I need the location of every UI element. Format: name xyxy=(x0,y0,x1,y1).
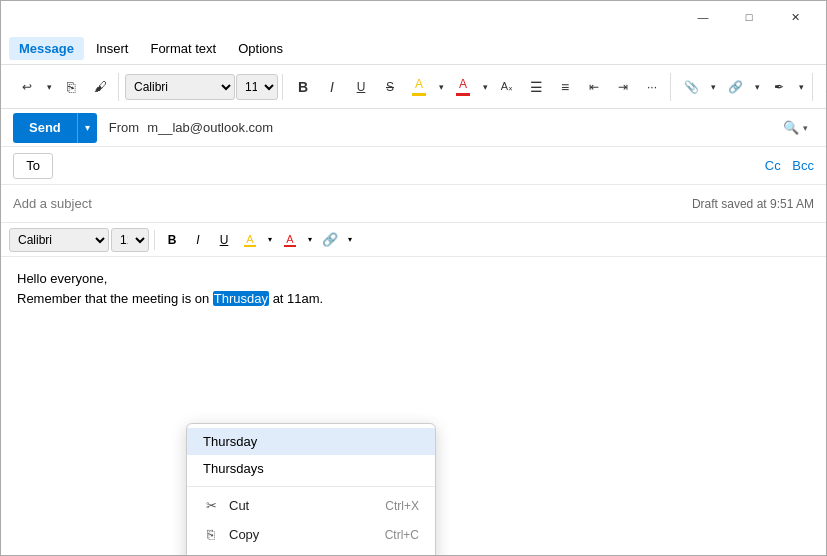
font-size-select[interactable]: 11 xyxy=(236,74,278,100)
attach-button[interactable]: 📎 xyxy=(677,73,705,101)
search-icon: 🔍 xyxy=(783,120,799,135)
font-select[interactable]: Calibri xyxy=(125,74,235,100)
body-line2-after: at 11am. xyxy=(269,291,323,306)
menu-message[interactable]: Message xyxy=(9,37,84,60)
body-bold-button[interactable]: B xyxy=(160,228,184,252)
menu-format-text[interactable]: Format text xyxy=(140,37,226,60)
signature-button[interactable]: ✒ xyxy=(765,73,793,101)
link-button[interactable]: 🔗 xyxy=(721,73,749,101)
font-group: Calibri 11 xyxy=(121,74,283,100)
menu-options[interactable]: Options xyxy=(228,37,293,60)
subject-input[interactable] xyxy=(13,196,692,211)
context-actions-section: ✂ Cut Ctrl+X ⎘ Copy Ctrl+C 📋 Paste Ctrl+… xyxy=(187,487,435,555)
draft-saved-status: Draft saved at 9:51 AM xyxy=(692,197,814,211)
cut-shortcut: Ctrl+X xyxy=(385,499,419,513)
minimize-button[interactable]: — xyxy=(680,1,726,33)
cut-label: Cut xyxy=(229,498,249,513)
body-highlight-arrow[interactable]: ▾ xyxy=(264,228,276,252)
subject-row: Draft saved at 9:51 AM xyxy=(1,185,826,223)
close-button[interactable]: ✕ xyxy=(772,1,818,33)
search-arrow: ▾ xyxy=(803,123,808,133)
bullets-button[interactable]: ☰ xyxy=(522,73,550,101)
body-italic-button[interactable]: I xyxy=(186,228,210,252)
menu-insert[interactable]: Insert xyxy=(86,37,139,60)
from-email: m__lab@outlook.com xyxy=(147,120,777,135)
font-color2-arrow[interactable]: ▾ xyxy=(478,73,492,101)
highlight-button[interactable]: A xyxy=(405,73,433,101)
cc-link[interactable]: Cc xyxy=(765,158,781,173)
send-button[interactable]: Send xyxy=(13,113,77,143)
from-row: Send ▾ From m__lab@outlook.com 🔍 ▾ xyxy=(1,109,826,147)
title-bar-controls: — □ ✕ xyxy=(680,1,818,33)
undo-button[interactable]: ↩ xyxy=(13,73,41,101)
from-label: From xyxy=(109,120,139,135)
bcc-link[interactable]: Bcc xyxy=(792,158,814,173)
font-color-arrow[interactable]: ▾ xyxy=(434,73,448,101)
paste-action[interactable]: 📋 Paste Ctrl+V xyxy=(187,549,435,555)
maximize-button[interactable]: □ xyxy=(726,1,772,33)
body-link-button[interactable]: 🔗 xyxy=(318,228,342,252)
numbering-button[interactable]: ≡ xyxy=(551,73,579,101)
more-format[interactable]: ··· xyxy=(638,73,666,101)
clipboard-button[interactable]: ⎘ xyxy=(57,73,85,101)
strikethrough-button[interactable]: S xyxy=(376,73,404,101)
bold-button[interactable]: B xyxy=(289,73,317,101)
format-chars-button[interactable]: Aₓ xyxy=(493,73,521,101)
main-toolbar: ↩ ▾ ⎘ 🖌 Calibri 11 B I U S A ▾ xyxy=(1,65,826,109)
body-selected-text: Thrusday xyxy=(213,291,269,306)
body-line1: Hello everyone, xyxy=(17,269,810,289)
underline-button[interactable]: U xyxy=(347,73,375,101)
sig-arrow[interactable]: ▾ xyxy=(794,73,808,101)
format-painter[interactable]: 🖌 xyxy=(86,73,114,101)
insert-group: 📎 ▾ 🔗 ▾ ✒ ▾ xyxy=(673,73,813,101)
autocomplete-thursday[interactable]: Thursday xyxy=(187,428,435,455)
copy-icon: ⎘ xyxy=(203,527,219,542)
link-arrow[interactable]: ▾ xyxy=(750,73,764,101)
copy-label: Copy xyxy=(229,527,259,542)
body-underline-button[interactable]: U xyxy=(212,228,236,252)
to-row: To Cc Bcc xyxy=(1,147,826,185)
body-line2: Remember that the meeting is on Thrusday… xyxy=(17,289,810,309)
body-font-select[interactable]: Calibri xyxy=(9,228,109,252)
send-group: Send ▾ xyxy=(13,113,97,143)
format-group: B I U S A ▾ A ▾ Aₓ ☰ ≡ ⇤ ⇥ · xyxy=(285,73,671,101)
body-toolbar: Calibri 11 B I U A ▾ A ▾ xyxy=(1,223,826,257)
attach-arrow[interactable]: ▾ xyxy=(706,73,720,101)
body-line2-before: Remember that the meeting is on xyxy=(17,291,213,306)
context-menu: Thursday Thursdays ✂ Cut Ctrl+X ⎘ Copy C… xyxy=(186,423,436,555)
cut-action[interactable]: ✂ Cut Ctrl+X xyxy=(187,491,435,520)
autocomplete-section: Thursday Thursdays xyxy=(187,424,435,487)
autocomplete-thursdays[interactable]: Thursdays xyxy=(187,455,435,482)
body-font-color-arrow[interactable]: ▾ xyxy=(304,228,316,252)
body-link-arrow[interactable]: ▾ xyxy=(344,228,356,252)
outdent-button[interactable]: ⇤ xyxy=(580,73,608,101)
body-font-color-button[interactable]: A xyxy=(278,228,302,252)
to-label[interactable]: To xyxy=(13,153,53,179)
copy-action[interactable]: ⎘ Copy Ctrl+C xyxy=(187,520,435,549)
undo-arrow[interactable]: ▾ xyxy=(42,73,56,101)
misc-group: 🎤 ▾ ··· xyxy=(815,73,827,101)
send-arrow-button[interactable]: ▾ xyxy=(77,113,97,143)
body-size-select[interactable]: 11 xyxy=(111,228,149,252)
search-area[interactable]: 🔍 ▾ xyxy=(777,116,814,139)
indent-button[interactable]: ⇥ xyxy=(609,73,637,101)
email-compose-window: — □ ✕ Message Insert Format text Options… xyxy=(0,0,827,556)
cut-icon: ✂ xyxy=(203,498,219,513)
undo-group: ↩ ▾ ⎘ 🖌 xyxy=(9,73,119,101)
copy-shortcut: Ctrl+C xyxy=(385,528,419,542)
cc-bcc-area: Cc Bcc xyxy=(757,158,814,173)
body-content[interactable]: Hello everyone, Remember that the meetin… xyxy=(1,257,826,320)
speech-button[interactable]: 🎤 xyxy=(819,73,827,101)
to-input[interactable] xyxy=(61,158,757,173)
menu-bar: Message Insert Format text Options xyxy=(1,33,826,65)
italic-button[interactable]: I xyxy=(318,73,346,101)
divider xyxy=(154,230,155,250)
body-area: Calibri 11 B I U A ▾ A ▾ xyxy=(1,223,826,555)
title-bar: — □ ✕ xyxy=(1,1,826,33)
body-highlight-button[interactable]: A xyxy=(238,228,262,252)
font-color-button[interactable]: A xyxy=(449,73,477,101)
